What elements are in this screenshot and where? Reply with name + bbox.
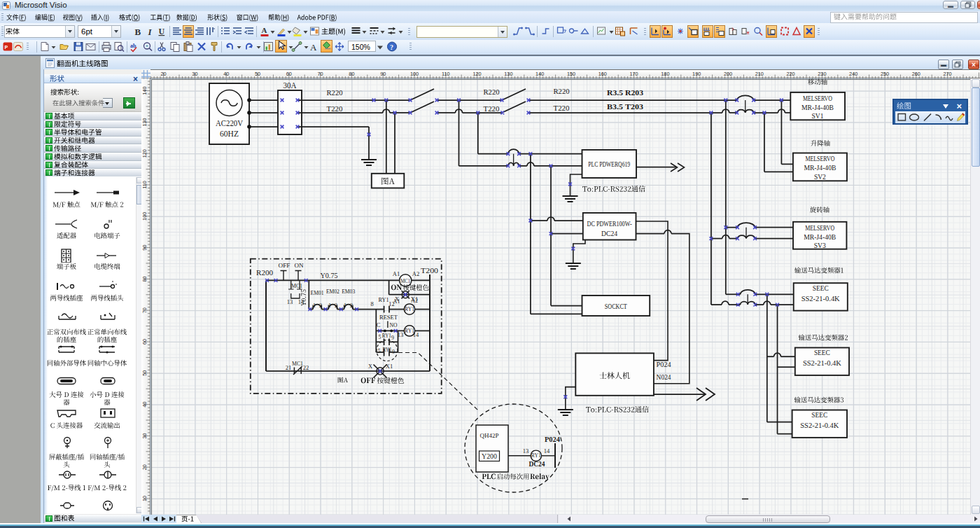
svg-text:R220: R220 [484, 88, 500, 96]
svg-text:Y200: Y200 [482, 453, 497, 460]
svg-text:MELSERVO: MELSERVO [805, 224, 834, 232]
svg-text:B3.5 T203: B3.5 T203 [607, 102, 644, 111]
svg-text:RY1: RY1 [379, 296, 389, 303]
svg-text:MC1: MC1 [400, 278, 410, 284]
svg-text:5: 5 [379, 334, 382, 340]
svg-text:MC1: MC1 [292, 360, 303, 367]
svg-text:A: A [261, 26, 267, 34]
svg-text:2: 2 [335, 303, 337, 309]
svg-text:A1: A1 [393, 270, 400, 277]
svg-text:MR-J4-40B: MR-J4-40B [804, 233, 836, 241]
svg-text:OFF: OFF [279, 262, 290, 269]
svg-text:MC1: MC1 [291, 282, 302, 289]
svg-text:2: 2 [319, 303, 322, 309]
svg-text:21: 21 [286, 364, 292, 371]
svg-text:U: U [158, 27, 164, 36]
svg-text:T220: T220 [327, 105, 343, 113]
svg-text:ON: ON [295, 262, 304, 269]
svg-text:B: B [134, 27, 141, 37]
svg-text:DC24: DC24 [529, 460, 545, 468]
svg-text:9: 9 [392, 349, 395, 355]
svg-text:5: 5 [378, 348, 381, 354]
svg-text:8: 8 [370, 300, 373, 307]
svg-text:DC24: DC24 [601, 230, 617, 237]
svg-text:R200: R200 [256, 269, 273, 277]
svg-text:RY1: RY1 [383, 347, 392, 353]
svg-text:SEEC: SEEC [811, 411, 827, 419]
svg-text:RY1: RY1 [531, 452, 541, 459]
svg-text:MR-J4-40B: MR-J4-40B [802, 104, 834, 111]
svg-text:MR-J4-40B: MR-J4-40B [804, 164, 836, 172]
svg-text:T220: T220 [484, 105, 500, 113]
svg-text:X1: X1 [386, 363, 393, 370]
svg-text:14: 14 [544, 447, 550, 454]
svg-text:A2: A2 [411, 298, 418, 304]
svg-text:EM01: EM01 [311, 289, 324, 296]
svg-text:P024: P024 [545, 436, 560, 443]
svg-text:A: A [310, 42, 317, 53]
svg-text:R220: R220 [327, 89, 343, 97]
svg-text:1: 1 [313, 303, 316, 309]
svg-text:T220: T220 [554, 104, 570, 112]
svg-text:SS2-21-0.4K: SS2-21-0.4K [802, 295, 841, 303]
svg-text:C: C [377, 321, 381, 328]
svg-text:RY1: RY1 [405, 306, 414, 312]
svg-text:AC220V: AC220V [216, 118, 243, 128]
svg-text:Y0.75: Y0.75 [321, 272, 338, 279]
svg-text:1: 1 [328, 303, 331, 309]
svg-text:SEEC: SEEC [814, 349, 830, 356]
svg-text:NO: NO [390, 321, 398, 328]
svg-text:14: 14 [413, 331, 419, 338]
svg-text:13: 13 [287, 298, 293, 305]
svg-text:SV2: SV2 [814, 173, 826, 181]
svg-text:MELSERVO: MELSERVO [803, 95, 832, 102]
svg-text:MELSERVO: MELSERVO [805, 155, 834, 162]
svg-text:R220: R220 [554, 88, 570, 95]
svg-text:22: 22 [303, 364, 309, 371]
svg-text:P024: P024 [657, 361, 671, 368]
svg-text:SEEC: SEEC [813, 284, 829, 292]
svg-text:13: 13 [523, 447, 529, 454]
svg-text:EM02: EM02 [326, 288, 340, 295]
svg-text:T200: T200 [421, 267, 438, 275]
svg-text:SS2-21-0.4K: SS2-21-0.4K [800, 422, 839, 429]
svg-text:1: 1 [344, 303, 346, 309]
svg-text:9: 9 [391, 335, 394, 341]
svg-text:N024: N024 [657, 373, 671, 381]
svg-text:PLC PDWERQ619: PLC PDWERQ619 [588, 160, 630, 168]
svg-text:RESET: RESET [379, 314, 398, 321]
svg-text:A2: A2 [412, 270, 419, 277]
svg-text:X: X [368, 363, 372, 370]
svg-text:DC PDWER100W-: DC PDWER100W- [587, 220, 632, 228]
svg-text:30A: 30A [284, 81, 298, 90]
svg-text:EM03: EM03 [342, 288, 355, 295]
svg-text:60HZ: 60HZ [220, 129, 239, 139]
svg-text:RY1: RY1 [382, 333, 391, 339]
svg-text:I: I [147, 27, 152, 37]
svg-text:QH42P: QH42P [480, 432, 499, 439]
svg-text:P: P [4, 45, 8, 50]
svg-text:A1: A1 [393, 298, 400, 305]
svg-text:SV1: SV1 [812, 112, 824, 120]
svg-text:?: ? [390, 43, 393, 51]
svg-text:SV3: SV3 [814, 242, 826, 249]
svg-text:SOCKCT: SOCKCT [605, 303, 627, 310]
svg-text:R3.5 R203: R3.5 R203 [607, 88, 644, 97]
svg-text:SS2-21-0.4K: SS2-21-0.4K [803, 359, 842, 367]
svg-text:2: 2 [350, 303, 353, 309]
